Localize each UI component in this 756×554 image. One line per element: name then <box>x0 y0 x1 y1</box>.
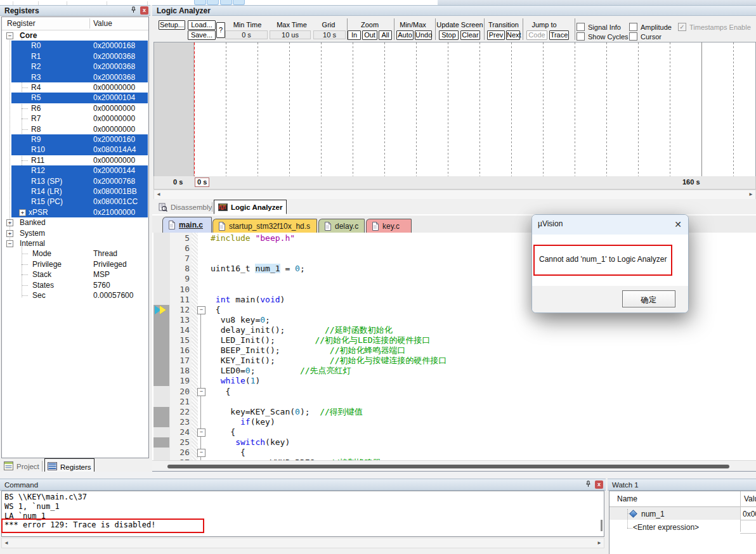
checked-checkbox-icon[interactable]: ✓ <box>678 23 686 31</box>
debug-toolbar-button[interactable] <box>207 0 219 5</box>
editor-tab-delay-c[interactable]: delay.c <box>318 219 365 233</box>
watch-table-header[interactable]: Name Value <box>609 491 756 507</box>
register-row-core[interactable]: −Core <box>2 30 148 41</box>
scroll-right-icon[interactable]: ► <box>597 540 602 546</box>
code-line-15[interactable]: 15 LED_Init(); //初始化与LED连接的硬件接口 <box>152 335 756 345</box>
watch-row-value[interactable]: 0x00 <box>743 510 756 519</box>
register-row-r10[interactable]: R100x080014A4 <box>2 145 148 155</box>
register-row-xpsr[interactable]: +xPSR0x21000000 <box>2 207 148 217</box>
register-row-r7[interactable]: R70x00000000 <box>2 113 148 124</box>
register-row-r15pc[interactable]: R15 (PC)0x080001CC <box>2 196 148 207</box>
unchecked-checkbox-icon[interactable] <box>629 23 637 31</box>
dialog-close-icon[interactable]: ✕ <box>674 219 682 229</box>
stop-button[interactable]: Stop <box>439 30 459 40</box>
fold-collapse-icon[interactable]: − <box>197 388 205 396</box>
code-line-25[interactable]: 25 switch(key) <box>152 437 756 448</box>
scroll-left-icon[interactable]: ◄ <box>4 540 9 546</box>
auto-button[interactable]: Auto <box>396 30 414 40</box>
fold-collapse-icon[interactable]: − <box>197 449 205 457</box>
load-button[interactable]: Load... <box>188 20 216 30</box>
debug-toolbar-button[interactable] <box>220 0 232 5</box>
fold-collapse-icon[interactable]: − <box>197 306 205 314</box>
waveform-area[interactable] <box>153 42 756 177</box>
expand-icon[interactable]: + <box>19 209 26 216</box>
editor-hscroll-thumb[interactable] <box>167 465 729 468</box>
register-row-r3[interactable]: R30x20000368 <box>2 72 148 82</box>
debug-toolbar-button[interactable] <box>194 0 206 5</box>
register-row-r9[interactable]: R90x20000160 <box>2 134 148 145</box>
checkbox-cursor[interactable]: Cursor <box>629 32 662 41</box>
scroll-right-icon[interactable]: ► <box>748 191 753 197</box>
pin-icon[interactable] <box>129 6 138 15</box>
registers-table-header[interactable]: Register Value <box>2 17 148 30</box>
register-row-r8[interactable]: R80x00000000 <box>2 124 148 134</box>
unchecked-checkbox-icon[interactable] <box>629 32 637 41</box>
collapse-icon[interactable]: − <box>6 32 13 39</box>
fold-collapse-icon[interactable]: − <box>197 428 205 437</box>
register-row-r13sp[interactable]: R13 (SP)0x20000768 <box>2 176 148 186</box>
register-row-r6[interactable]: R60x00000000 <box>2 103 148 113</box>
prev-button[interactable]: Prev <box>487 30 505 40</box>
register-row-r2[interactable]: R20x20000368 <box>2 61 148 72</box>
field-grid[interactable]: 10 s <box>313 30 346 39</box>
close-icon[interactable]: x <box>140 6 148 15</box>
horizontal-splitter[interactable] <box>0 472 756 479</box>
code-line-24[interactable]: 24 { <box>152 427 756 437</box>
code-line-20[interactable]: 20 { <box>152 387 756 397</box>
ok-button[interactable]: 确定 <box>622 290 675 307</box>
in-button[interactable]: In <box>348 30 361 40</box>
tab-logic-analyzer[interactable]: Logic Analyzer <box>214 200 287 214</box>
scroll-left-icon[interactable]: ◄ <box>156 191 161 197</box>
code-line-16[interactable]: 16 BEEP_Init(); //初始化蜂鸣器端口 <box>152 345 756 356</box>
debug-toolbar-button[interactable] <box>233 0 245 5</box>
code-line-23[interactable]: 23 if(key) <box>152 417 756 427</box>
code-line-13[interactable]: 13 vu8 key=0; <box>152 315 756 325</box>
code-line-22[interactable]: 22 key=KEY_Scan(0); //得到键值 <box>152 407 756 417</box>
editor-tab-key-c[interactable]: key.c <box>366 219 412 233</box>
code-line-18[interactable]: 18 LED0=0; //先点亮红灯 <box>152 366 756 376</box>
register-row-system[interactable]: +System <box>2 228 148 238</box>
field-max-time[interactable]: 10 us <box>270 30 311 39</box>
checkbox-timestamps-enable[interactable]: ✓Timestamps Enable <box>678 23 751 31</box>
out-button[interactable]: Out <box>362 30 377 40</box>
editor-hscrollbar[interactable] <box>152 460 756 472</box>
checkbox-amplitude[interactable]: Amplitude <box>629 23 672 31</box>
undo-button[interactable]: Undo <box>415 30 432 40</box>
command-vscroll-thumb[interactable] <box>601 520 603 531</box>
trace-button[interactable]: Trace <box>549 30 569 40</box>
code-line-26[interactable]: 26 { <box>152 448 756 458</box>
checkbox-show-cycles[interactable]: Show Cycles <box>577 32 629 41</box>
watch-enter-expression[interactable]: <Enter expression> <box>633 523 699 532</box>
unchecked-checkbox-icon[interactable] <box>577 32 585 41</box>
register-row-r4[interactable]: R40x00000000 <box>2 82 148 93</box>
expand-icon[interactable]: + <box>6 230 13 237</box>
code-line-19[interactable]: 19 while(1) <box>152 376 756 386</box>
field-min-time[interactable]: 0 s <box>225 30 268 39</box>
close-icon[interactable]: x <box>595 480 603 489</box>
register-row-banked[interactable]: +Banked <box>2 217 148 228</box>
register-row-mode[interactable]: ModeThread <box>2 248 148 259</box>
register-row-privilege[interactable]: PrivilegePrivileged <box>2 259 148 269</box>
register-row-internal[interactable]: −Internal <box>2 238 148 248</box>
timeline-scrollbar[interactable]: ◄ ► <box>153 190 756 200</box>
watch-row-name[interactable]: num_1 <box>641 510 665 519</box>
column-separator[interactable] <box>89 18 90 29</box>
register-row-r14lr[interactable]: R14 (LR)0x080001BB <box>2 186 148 196</box>
command-hscrollbar[interactable]: ◄ ► <box>1 538 604 548</box>
code-line-17[interactable]: 17 KEY_Init(); //初始化与按键连接的硬件接口 <box>152 356 756 366</box>
editor-tab-main-c[interactable]: main.c <box>162 217 212 233</box>
register-row-stack[interactable]: StackMSP <box>2 269 148 280</box>
code-line-21[interactable]: 21 <box>152 397 756 407</box>
dialog-titlebar[interactable]: µVision ✕ <box>532 215 688 235</box>
register-row-r1[interactable]: R10x20000368 <box>2 51 148 61</box>
command-output[interactable]: BS \\KEY\main.c\37WS 1, `num_1LA `num_1*… <box>1 491 604 537</box>
setup-button[interactable]: Setup... <box>159 20 185 30</box>
code-button[interactable]: Code <box>526 30 547 40</box>
timeline-cursor-line[interactable] <box>194 42 195 177</box>
expand-icon[interactable]: + <box>6 219 13 226</box>
tab-disassembly[interactable]: Disassembly <box>155 200 216 214</box>
unchecked-checkbox-icon[interactable] <box>577 23 585 31</box>
register-row-states[interactable]: States5760 <box>2 280 148 290</box>
column-separator[interactable] <box>740 491 741 532</box>
register-row-r5[interactable]: R50x20000104 <box>2 93 148 103</box>
